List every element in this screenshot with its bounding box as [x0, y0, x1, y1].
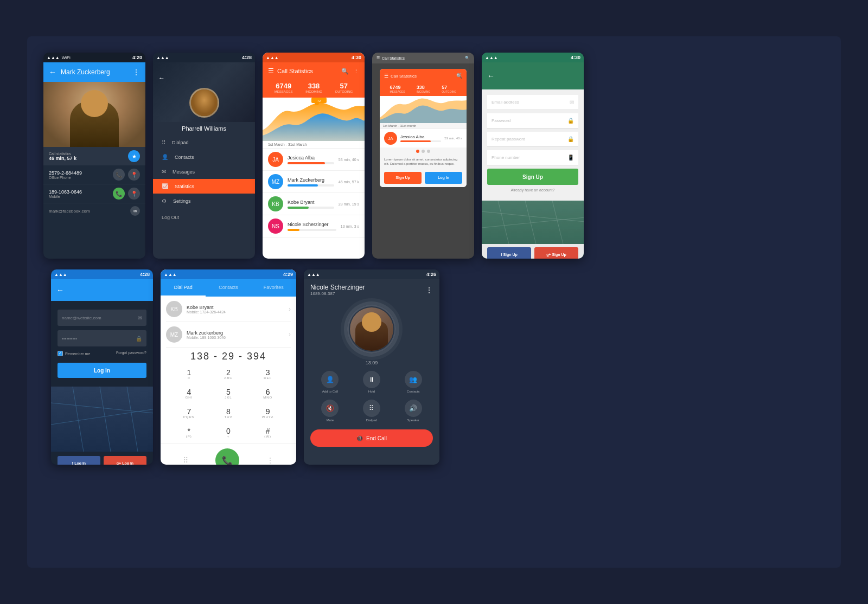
contact-item-1[interactable]: JA Jesicca Alba 53 min, 40 s [263, 149, 365, 171]
back-icon-2[interactable]: ← [158, 74, 165, 82]
tab-contacts[interactable]: Contacts [206, 279, 251, 297]
call-button[interactable]: 📞 [215, 448, 239, 465]
repeat-password-input[interactable]: Repeat password 🔒 [487, 132, 578, 147]
key-8[interactable]: 8TUV [215, 404, 241, 422]
signup-button[interactable]: Sign Up [487, 169, 578, 185]
dialed-number: 138 - 29 - 394 [161, 348, 296, 365]
dialog-close[interactable]: ✕ [457, 71, 462, 79]
key-1[interactable]: 1∞ [176, 365, 202, 383]
dialog-signup-btn[interactable]: Sign Up [384, 172, 422, 184]
google-signup-btn[interactable]: g+ Sign Up [534, 247, 578, 259]
bar-1 [288, 162, 325, 164]
key-2[interactable]: 2ABC [215, 365, 241, 383]
more-icon-8[interactable]: ⋮ [425, 286, 433, 294]
dialog-login-btn[interactable]: Log In [425, 172, 462, 184]
digit-6: 6 [266, 388, 270, 396]
contacts-action[interactable]: 👥 Contacts [405, 371, 422, 393]
signup-social-buttons: f Sign Up g+ Sign Up [482, 244, 584, 259]
contacts-icon: 👤 [162, 154, 168, 160]
password-placeholder: Password [492, 118, 510, 123]
login-password-input[interactable]: •••••••••• 🔒 [58, 330, 146, 346]
status-time-2: 4:28 [242, 55, 252, 60]
recent-contact-2[interactable]: MZ Mark zuckerberg Mobile: 189-1063-3646… [166, 322, 291, 348]
remember-me[interactable]: ✓ Remember me [58, 351, 90, 356]
mute-action[interactable]: 🔇 Mute [321, 400, 339, 422]
key-hash[interactable]: #(W) [255, 424, 281, 441]
menu-item-settings[interactable]: ⚙ Settings [153, 194, 255, 208]
call-icon-1[interactable]: 📞 [113, 169, 125, 181]
password-input[interactable]: Password 🔒 [487, 113, 578, 128]
facebook-login-btn[interactable]: f Log In [58, 456, 100, 465]
remember-checkbox[interactable]: ✓ [58, 351, 63, 356]
dialpad-action[interactable]: ⠿ Dialpad [363, 400, 380, 422]
more-icon[interactable]: ⋮ [132, 68, 140, 76]
contact-item-3[interactable]: KB Kobe Bryant 28 min, 19 s [263, 193, 365, 215]
dialog-dots [380, 147, 467, 155]
back-icon[interactable]: ← [49, 68, 56, 76]
dialog-title: Call Statistics [391, 74, 454, 79]
speaker-label: Speaker [407, 419, 419, 422]
dialog-lorem: Lorem ipsum dolor sit amet, consectetur … [380, 155, 467, 169]
digit-3: 3 [266, 369, 270, 376]
digit-0: 0 [226, 427, 231, 435]
favorite-button[interactable]: ★ [128, 150, 140, 162]
speaker-action[interactable]: 🔊 Speaker [405, 400, 422, 422]
menu-item-statistics[interactable]: 📈 Statistics [153, 179, 255, 194]
back-icon-6[interactable]: ← [56, 286, 64, 294]
login-button[interactable]: Log In [58, 363, 146, 378]
more-icon-7[interactable]: ⋮ [266, 456, 274, 465]
recent-contact-1[interactable]: KB Kobe Bryant Mobile: 1724-326-4424 › [166, 297, 291, 322]
locate-icon-2[interactable]: 📍 [128, 188, 140, 200]
email-input[interactable]: Email address ✉ [487, 95, 578, 110]
key-3[interactable]: 3DEF [255, 365, 281, 383]
tab-dialpad[interactable]: Dial Pad [161, 279, 206, 297]
back-icon-5[interactable]: ← [487, 72, 495, 80]
wifi-icon: WiFi [62, 55, 71, 60]
mute-label: Mute [327, 419, 334, 422]
menu-item-messages[interactable]: ✉ Messages [153, 164, 255, 179]
digit-4: 4 [187, 388, 191, 396]
phone-input[interactable]: Phone number 📱 [487, 150, 578, 165]
login-email-input[interactable]: name@website.com ✉ [58, 310, 146, 326]
recent-avatar-2: MZ [166, 326, 182, 343]
dialog-bar-wrap [400, 140, 441, 142]
dialog-stat-3-num: 57 [442, 85, 456, 90]
key-5[interactable]: 5JKL [215, 385, 241, 402]
hamburger-icon[interactable]: ☰ [268, 67, 274, 75]
avatar-nicole: NS [268, 219, 283, 234]
menu-item-dialpad[interactable]: ⠿ Dialpad [153, 135, 255, 150]
phone-placeholder: Phone number [492, 155, 520, 160]
key-6[interactable]: 6MNO [255, 385, 281, 402]
menu-header-bg: ← [153, 62, 255, 122]
login-form: name@website.com ✉ •••••••••• 🔒 ✓ Rememb… [51, 301, 153, 387]
facebook-signup-btn[interactable]: f Sign Up [487, 247, 531, 259]
key-9[interactable]: 9WHYZ [255, 404, 281, 422]
contact-item-4[interactable]: NS Nicole Scherzinger 13 min, 3 s [263, 215, 365, 237]
key-7[interactable]: 7PQRS [176, 404, 202, 422]
call-icon-2[interactable]: 📞 [113, 188, 125, 200]
search-icon[interactable]: 🔍 [341, 68, 349, 75]
forgot-password-link[interactable]: Forgot password? [116, 351, 146, 356]
contact-info-3: Kobe Bryant [288, 200, 334, 209]
contact-photo [43, 82, 145, 147]
end-call-button[interactable]: 📵 End Call [310, 429, 433, 447]
phone-type-1: Office Phone [49, 176, 82, 179]
key-0[interactable]: 0+ [215, 424, 241, 441]
key-star[interactable]: *(P) [176, 424, 202, 441]
locate-icon-1[interactable]: 📍 [128, 169, 140, 181]
logout-item[interactable]: Log Out [153, 210, 255, 224]
add-to-call[interactable]: 👤 Add to Call [321, 371, 339, 393]
tab-favorites[interactable]: Favorites [251, 279, 296, 297]
google-login-btn[interactable]: g+ Log In [104, 456, 146, 465]
key-4[interactable]: 4GHI [176, 385, 202, 402]
email-row: mark@facebook.com ✉ [43, 203, 145, 219]
digit-star: * [188, 427, 190, 435]
email-icon[interactable]: ✉ [130, 206, 140, 216]
contact-item-2[interactable]: MZ Mark Zuckerberg 46 min, 57 k [263, 171, 365, 193]
sub-star: (P) [186, 435, 192, 438]
digit-9: 9 [266, 408, 270, 415]
hold-action[interactable]: ⏸ Hold [363, 371, 380, 393]
more-icon-3[interactable]: ⋮ [353, 68, 359, 75]
menu-item-contacts[interactable]: 👤 Contacts [153, 150, 255, 164]
contact-time-3: 28 min, 19 s [339, 202, 359, 206]
